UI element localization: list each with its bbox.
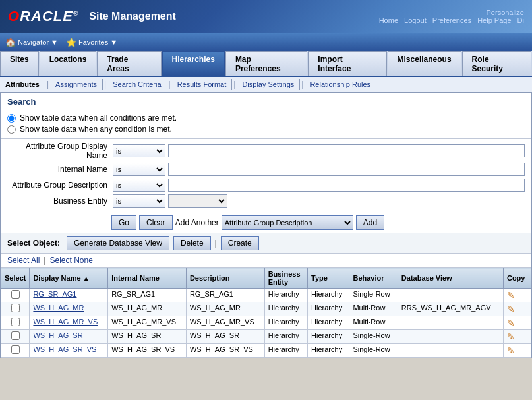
search-form: Attribute Group Display Name iscontainss… <box>1 139 531 213</box>
copy-icon: ✎ <box>507 290 515 300</box>
select-all-link[interactable]: Select All <box>7 256 40 265</box>
row-checkbox[interactable] <box>1 289 30 302</box>
go-button[interactable]: Go <box>111 215 136 230</box>
oracle-logo: ORACLE® <box>8 8 78 25</box>
select-links-separator: | <box>44 256 45 265</box>
object-row-separator: | <box>215 239 217 248</box>
field-value-internal-name[interactable] <box>168 163 525 176</box>
field-value-display-name[interactable] <box>168 144 525 157</box>
row-business-entity: Hierarchy <box>264 316 307 330</box>
row-copy[interactable]: ✎ <box>503 289 531 302</box>
favorites-arrow-icon: ▼ <box>110 38 117 46</box>
row-display-name[interactable]: WS_H_AG_SR_VS <box>30 344 108 358</box>
row-checkbox[interactable] <box>1 316 30 330</box>
app-header: ORACLE® Site Management Personalize Home… <box>0 0 532 33</box>
field-label-description: Attribute Group Description <box>7 181 113 190</box>
row-type: Hierarchy <box>308 316 349 330</box>
copy-icon: ✎ <box>507 304 515 314</box>
toolbar: 🏠 Navigator ▼ ⭐ Favorites ▼ <box>0 33 532 51</box>
logout-link[interactable]: Logout <box>404 16 427 24</box>
field-value-business-entity[interactable]: HierarchySite <box>168 194 227 208</box>
header-links: Personalize Home Logout Preferences Help… <box>375 9 524 24</box>
clear-button[interactable]: Clear <box>139 215 173 230</box>
radio-all-conditions[interactable] <box>7 114 16 123</box>
subnav-assignments[interactable]: Assignments <box>50 79 103 90</box>
row-description: WS_H_AG_MR <box>186 302 264 316</box>
select-links-row: Select All | Select None <box>1 254 531 268</box>
radio-all-label: Show table data when all conditions are … <box>20 113 177 123</box>
favorites-button[interactable]: ⭐ Favorites ▼ <box>66 38 117 47</box>
row-checkbox[interactable] <box>1 344 30 358</box>
action-buttons-row: Go Clear Add Another Attribute Group Des… <box>1 213 531 233</box>
data-table: Select Display Name ▲ Internal Name Desc… <box>1 268 531 358</box>
row-copy[interactable]: ✎ <box>503 316 531 330</box>
generate-db-view-button[interactable]: Generate Database View <box>67 236 169 250</box>
col-header-behavior: Behavior <box>349 268 398 289</box>
tab-locations[interactable]: Locations <box>40 51 97 76</box>
di-link[interactable]: Di <box>517 16 524 24</box>
row-display-name[interactable]: WS_H_AG_MR_VS <box>30 316 108 330</box>
row-checkbox[interactable] <box>1 302 30 316</box>
row-copy[interactable]: ✎ <box>503 344 531 358</box>
col-header-description: Description <box>186 268 264 289</box>
subnav-search-criteria[interactable]: Search Criteria <box>107 79 167 90</box>
content-area: Search Show table data when all conditio… <box>0 92 532 358</box>
row-copy[interactable]: ✎ <box>503 330 531 344</box>
field-operator-display-name[interactable]: iscontainsstarts with <box>113 144 165 157</box>
tab-role-security[interactable]: Role Security <box>462 51 531 76</box>
field-label-business-entity: Business Entity <box>7 196 113 206</box>
col-header-copy: Copy <box>503 268 531 289</box>
table-row: RG_SR_AG1 RG_SR_AG1 RG_SR_AG1 Hierarchy … <box>1 289 531 302</box>
table-row: WS_H_AG_MR WS_H_AG_MR WS_H_AG_MR Hierarc… <box>1 302 531 316</box>
row-business-entity: Hierarchy <box>264 344 307 358</box>
help-page-link[interactable]: Help Page <box>477 16 511 24</box>
copy-icon: ✎ <box>507 331 515 342</box>
tab-miscellaneous[interactable]: Miscellaneous <box>388 51 461 76</box>
col-header-select: Select <box>1 268 30 289</box>
navigator-arrow-icon: ▼ <box>51 38 58 46</box>
tab-sites[interactable]: Sites <box>0 51 39 76</box>
field-value-description[interactable] <box>168 179 525 192</box>
row-business-entity: Hierarchy <box>264 302 307 316</box>
field-operator-internal-name[interactable]: iscontains <box>113 163 165 176</box>
object-row: Select Object: Generate Database View De… <box>1 233 531 254</box>
row-display-name[interactable]: WS_H_AG_SR <box>30 330 108 344</box>
row-behavior: Single-Row <box>349 330 398 344</box>
tab-map-preferences[interactable]: Map Preferences <box>225 51 307 76</box>
subnav-attributes[interactable]: Attributes <box>5 79 45 90</box>
add-another-select[interactable]: Attribute Group DescriptionInternal Name… <box>222 215 353 230</box>
navigator-button[interactable]: 🏠 Navigator ▼ <box>5 38 58 47</box>
add-button[interactable]: Add <box>356 215 384 230</box>
row-description: WS_H_AG_MR_VS <box>186 316 264 330</box>
col-header-internal-name: Internal Name <box>108 268 187 289</box>
table-row: WS_H_AG_SR_VS WS_H_AG_SR_VS WS_H_AG_SR_V… <box>1 344 531 358</box>
row-database-view <box>398 316 503 330</box>
tab-hierarchies[interactable]: Hierarchies <box>162 51 225 76</box>
row-checkbox[interactable] <box>1 330 30 344</box>
field-operator-business-entity[interactable]: iscontains <box>113 194 165 208</box>
create-button[interactable]: Create <box>221 236 259 250</box>
select-none-link[interactable]: Select None <box>49 256 92 265</box>
table-header-row: Select Display Name ▲ Internal Name Desc… <box>1 268 531 289</box>
row-behavior: Multi-Row <box>349 316 398 330</box>
subnav-display-settings[interactable]: Display Settings <box>237 79 300 90</box>
field-operator-description[interactable]: iscontains <box>113 179 165 192</box>
tab-import-interface[interactable]: Import Interface <box>308 51 386 76</box>
subnav-relationship-rules[interactable]: Relationship Rules <box>305 79 376 90</box>
row-business-entity: Hierarchy <box>264 330 307 344</box>
navigator-icon: 🏠 <box>5 38 16 47</box>
row-description: WS_H_AG_SR <box>186 330 264 344</box>
delete-button[interactable]: Delete <box>173 236 211 250</box>
row-copy[interactable]: ✎ <box>503 302 531 316</box>
subnav-results-format[interactable]: Results Format <box>172 79 233 90</box>
preferences-link[interactable]: Preferences <box>432 16 471 24</box>
tab-trade-areas[interactable]: Trade Areas <box>97 51 161 76</box>
row-display-name[interactable]: WS_H_AG_MR <box>30 302 108 316</box>
row-type: Hierarchy <box>308 302 349 316</box>
row-display-name[interactable]: RG_SR_AG1 <box>30 289 108 302</box>
radio-any-conditions[interactable] <box>7 125 16 134</box>
row-internal-name: WS_H_AG_MR_VS <box>108 316 187 330</box>
row-database-view <box>398 330 503 344</box>
sort-arrow-icon[interactable]: ▲ <box>83 275 90 282</box>
home-link[interactable]: Home <box>379 16 398 24</box>
